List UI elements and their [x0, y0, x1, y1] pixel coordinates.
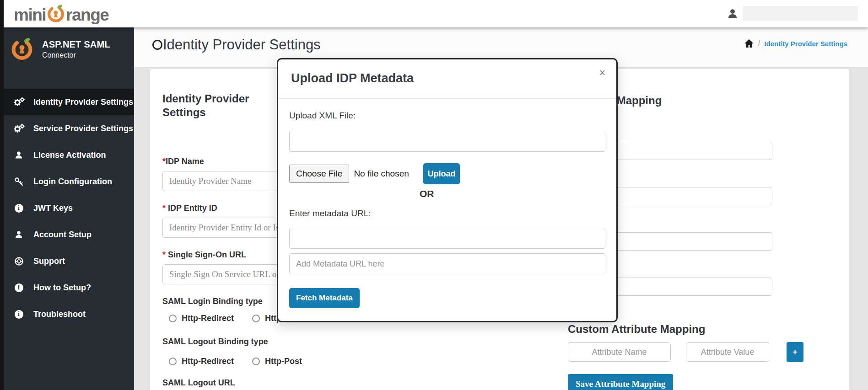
login-http-redirect-label: Http-Redirect — [182, 314, 234, 323]
gears-icon — [13, 97, 25, 107]
modal-title: Upload IDP Metadata — [291, 71, 414, 85]
info-icon: i — [13, 283, 25, 292]
logout-http-post-label: Http-Post — [265, 357, 302, 366]
choose-file-button[interactable]: Choose File — [289, 165, 349, 183]
custom-attribute-row: + — [568, 342, 803, 362]
sidebar-item-label: License Activation — [33, 150, 106, 160]
upload-xml-label: Upload XML File: — [289, 111, 605, 121]
info-icon: i — [13, 310, 25, 319]
idp-form-heading: Identity Provider Settings — [162, 92, 268, 119]
life-ring-icon — [13, 256, 25, 266]
sidebar-item-login-configuration[interactable]: Login Configuration — [0, 168, 134, 195]
sidebar-item-label: Support — [33, 256, 65, 266]
sidebar-item-label: Login Configuration — [33, 177, 112, 187]
user-icon — [13, 150, 25, 160]
sidebar-item-label: Service Provider Settings — [33, 124, 133, 134]
sidebar-item-jwt-keys[interactable]: i JWT Keys — [0, 195, 134, 221]
modal-header: Upload IDP Metadata × — [278, 59, 616, 99]
breadcrumb: / Identity Provider Settings — [744, 39, 847, 48]
top-header: mini range — [0, 0, 868, 27]
sidebar-brand: ASP.NET SAML Connector — [0, 27, 134, 63]
logout-url-label: SAML Logout URL — [162, 378, 316, 388]
logo-text-range: range — [66, 5, 108, 25]
sidebar-item-label: Troubleshoot — [33, 310, 86, 319]
close-icon[interactable]: × — [599, 68, 605, 78]
miniorange-logo: mini range — [14, 3, 108, 27]
brand-title: ASP.NET SAML — [42, 39, 110, 50]
file-picker-row: Choose File No file chosen Upload — [289, 163, 605, 184]
key-icon — [13, 177, 25, 187]
sidebar-menu: Identity Provider Settings Service Provi… — [0, 89, 134, 327]
sidebar-item-service-provider-settings[interactable]: Service Provider Settings — [0, 115, 134, 142]
miniorange-keyhole-icon — [10, 36, 34, 63]
user-icon[interactable] — [727, 8, 739, 20]
fetch-metadata-button[interactable]: Fetch Metadata — [289, 288, 360, 308]
loading-ring-icon — [152, 40, 162, 50]
no-file-chosen-text: No file chosen — [354, 169, 409, 179]
window-left-edge — [0, 0, 4, 390]
sidebar-item-label: Account Setup — [33, 230, 92, 240]
logout-binding-label: SAML Logout Binding type — [162, 337, 316, 347]
sidebar-item-identity-provider-settings[interactable]: Identity Provider Settings — [0, 89, 134, 115]
brand-subtitle: Connector — [42, 51, 110, 59]
sidebar-item-label: Identity Provider Settings — [33, 97, 133, 107]
gears-icon — [13, 123, 25, 134]
logout-http-post-radio[interactable] — [252, 358, 260, 365]
metadata-url-placeholder-input[interactable] — [289, 253, 605, 274]
logout-http-redirect-label: Http-Redirect — [182, 357, 234, 366]
xml-file-input[interactable] — [289, 131, 605, 152]
breadcrumb-current[interactable]: Identity Provider Settings — [764, 40, 847, 48]
add-attribute-button[interactable]: + — [787, 342, 803, 362]
metadata-url-input[interactable] — [289, 228, 605, 249]
sidebar-item-how-to-setup[interactable]: i How to Setup? — [0, 274, 134, 301]
home-icon[interactable] — [744, 39, 754, 48]
or-separator: OR — [420, 188, 605, 199]
upload-idp-metadata-modal: Upload IDP Metadata × Upload XML File: C… — [277, 58, 618, 322]
save-attribute-mapping-button[interactable]: Save Attribute Mapping — [568, 374, 673, 390]
app-window: mini range — [0, 0, 868, 390]
login-http-post-radio[interactable] — [252, 315, 260, 322]
metadata-url-label: Enter metadata URL: — [289, 208, 605, 219]
user-icon — [13, 230, 25, 239]
logout-binding-options: Http-Redirect Http-Post — [162, 357, 316, 366]
modal-body: Upload XML File: Choose File No file cho… — [278, 99, 616, 319]
custom-attribute-mapping-heading: Custom Attribute Mapping — [568, 323, 803, 336]
miniorange-keyhole-icon — [46, 3, 66, 27]
login-http-redirect-radio[interactable] — [169, 315, 177, 322]
page-title: Identity Provider Settings — [152, 37, 321, 53]
logout-http-redirect-radio[interactable] — [169, 358, 177, 365]
sidebar-item-troubleshoot[interactable]: i Troubleshoot — [0, 301, 134, 327]
info-icon: i — [13, 204, 25, 213]
sidebar-item-license-activation[interactable]: License Activation — [0, 142, 134, 168]
breadcrumb-separator: / — [758, 39, 760, 48]
sidebar-item-label: JWT Keys — [33, 203, 73, 213]
header-account-box[interactable] — [743, 6, 858, 21]
logo-text-mini: mini — [14, 5, 46, 25]
sidebar-item-account-setup[interactable]: Account Setup — [0, 221, 134, 248]
sidebar-item-label: How to Setup? — [33, 283, 91, 293]
attribute-value-input[interactable] — [686, 342, 769, 362]
sidebar-item-support[interactable]: Support — [0, 248, 134, 274]
sidebar: ASP.NET SAML Connector Identity Provider… — [0, 27, 134, 390]
upload-button[interactable]: Upload — [423, 163, 460, 184]
attribute-name-input[interactable] — [568, 342, 671, 362]
